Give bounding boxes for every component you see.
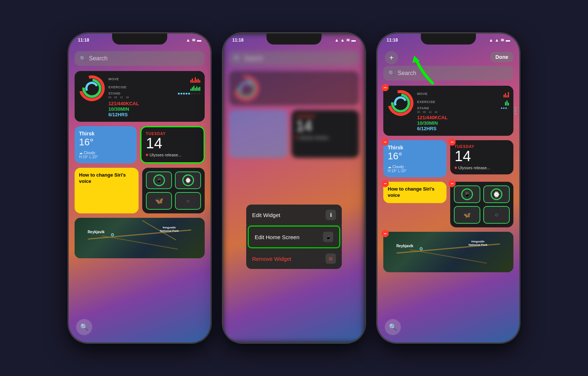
notch-2 xyxy=(266,33,322,45)
time-2: 11:18 xyxy=(230,38,244,43)
shortcut-4[interactable]: ○ xyxy=(175,192,201,210)
weather-hilo-3: H:19° L:10° xyxy=(388,169,442,173)
signal-icon-3: ▲ xyxy=(495,38,499,43)
power-button[interactable] xyxy=(211,92,211,114)
move-bars xyxy=(190,75,200,83)
widget-row-4: − How to change Siri's voice − 📱 xyxy=(383,182,513,227)
context-menu: Edit Widget ℹ Edit Home Screen 📱 Remove … xyxy=(246,205,342,269)
location-icon-2: ▲ xyxy=(334,38,339,43)
calendar-wrapper-3: − TUESDAY 14 Ulysses release... xyxy=(450,140,513,177)
shortcuts-widget-3[interactable]: 📱 ⌚ 🦋 ○ xyxy=(450,182,513,227)
jiggle-dot-1 xyxy=(514,107,516,109)
status-icons-3: ▲ ▲ ≋ ▬ xyxy=(489,38,512,43)
time-3: 11:18 xyxy=(385,38,398,43)
cal-event-3: Ulysses release... xyxy=(455,166,509,170)
stand-label-3: STAND xyxy=(417,106,429,110)
event-dot-blurred xyxy=(296,136,298,139)
event-text-1: Ulysses release... xyxy=(150,153,182,157)
power-button-3[interactable] xyxy=(519,92,520,114)
activity-stats-3: MOVE EXERCISE xyxy=(417,90,509,131)
shortcut-icon-1: 📱 xyxy=(153,174,165,186)
menu-item-edit-home[interactable]: Edit Home Screen 📱 xyxy=(248,226,340,248)
menu-item-remove[interactable]: Remove Widget ⊖ xyxy=(246,248,342,269)
yellow-text-3: How to change Siri's voice xyxy=(388,186,442,199)
cal-date-1: 14 xyxy=(146,136,199,150)
battery-icon-2: ▬ xyxy=(351,38,356,43)
done-button[interactable]: Done xyxy=(490,52,513,62)
signal-icon: ▲ xyxy=(186,38,190,43)
weather-city-3: Thirsk xyxy=(388,145,442,150)
move-value: 121/440KCAL xyxy=(108,101,200,106)
time-1: 11:18 xyxy=(76,38,89,43)
map-widget-1[interactable]: Reykjavík ÞingvellirNational Park xyxy=(75,218,205,258)
screen-content-1: 🔍 Search MOVE xyxy=(69,48,211,343)
phone-3: 11:18 ▲ ▲ ≋ ▬ + Done 🔍 xyxy=(377,33,520,343)
shortcut-3-3[interactable]: 🦋 xyxy=(454,206,480,224)
shortcut-3[interactable]: 🦋 xyxy=(146,192,172,210)
jiggle-handle xyxy=(514,107,516,115)
activity-widget-3[interactable]: MOVE EXERCISE xyxy=(383,86,513,136)
move-label-3: MOVE xyxy=(417,92,428,96)
search-bar-1[interactable]: 🔍 Search xyxy=(75,51,205,66)
jiggle-dot-2 xyxy=(514,110,516,112)
power-button-2[interactable] xyxy=(365,92,366,114)
remove-activity-badge[interactable]: − xyxy=(381,84,389,91)
spotlight-button-3[interactable]: 🔍 xyxy=(385,319,401,335)
calendar-widget-1[interactable]: TUESDAY 14 Ulysses release... xyxy=(140,126,205,163)
signal-icon-2: ▲ xyxy=(340,38,345,43)
map-label-city-3: Reykjavík xyxy=(396,244,413,248)
remove-yellow-badge[interactable]: − xyxy=(381,180,389,187)
search-bar-3[interactable]: 🔍 Search xyxy=(383,66,513,81)
shortcut-2[interactable]: ⌚ xyxy=(175,171,201,189)
activity-rings-3 xyxy=(388,90,413,116)
calendar-widget-3[interactable]: TUESDAY 14 Ulysses release... xyxy=(450,140,513,174)
remove-map-badge[interactable]: − xyxy=(381,230,389,237)
calendar-blurred: TUESDAY 14 Ulysses release... xyxy=(291,110,359,158)
weather-temp-1: 16° xyxy=(79,136,132,148)
yellow-text-1: How to change Siri's voice xyxy=(79,172,134,185)
shortcut-1[interactable]: 📱 xyxy=(146,171,172,189)
map-widget-3[interactable]: Reykjavík ÞingvellirNational Park xyxy=(383,232,513,272)
plus-icon: + xyxy=(389,54,394,62)
remove-icon: ⊖ xyxy=(326,253,336,264)
shortcuts-widget-1[interactable]: 📱 ⌚ 🦋 ○ xyxy=(142,168,205,213)
weather-widget-3[interactable]: Thirsk 16° ☁ Cloudy H:19° L:10° xyxy=(383,140,447,177)
shortcut-3-4[interactable]: ○ xyxy=(483,206,510,224)
activity-numbers-3: 121/440KCAL 10/30MIN 6/12HRS xyxy=(417,115,509,131)
stand-value-3: 6/12HRS xyxy=(417,126,509,131)
cal-event-blurred: Ulysses release... xyxy=(296,135,355,140)
widget-row-2: How to change Siri's voice 📱 ⌚ 🦋 xyxy=(75,168,205,213)
remove-calendar-badge[interactable]: − xyxy=(448,138,456,146)
yellow-widget-1[interactable]: How to change Siri's voice xyxy=(75,168,139,213)
weather-widget-1[interactable]: Thirsk 16° ☁ Cloudy H:19° L:10° xyxy=(75,126,137,163)
activity-widget-1[interactable]: MOVE EXERCI xyxy=(75,71,205,122)
spotlight-button-1[interactable]: 🔍 xyxy=(76,319,92,335)
edit-home-label: Edit Home Screen xyxy=(255,234,300,240)
yellow-widget-3[interactable]: How to change Siri's voice xyxy=(383,182,447,203)
move-value-3: 121/440KCAL xyxy=(417,115,509,120)
activity-stats-1: MOVE EXERCI xyxy=(108,75,200,117)
menu-item-edit-widget[interactable]: Edit Widget ℹ xyxy=(246,205,342,226)
cal-event-1: Ulysses release... xyxy=(146,153,199,157)
remove-weather-badge[interactable]: − xyxy=(381,138,389,146)
shortcut-3-2[interactable]: ⌚ xyxy=(483,185,510,203)
weather-desc-3: ☁ Cloudy xyxy=(388,165,442,169)
exercise-value-3: 10/30MIN xyxy=(417,120,509,126)
wifi-icon-2: ≋ xyxy=(346,38,350,43)
done-label: Done xyxy=(495,54,508,60)
search-icon-1: 🔍 xyxy=(80,56,86,61)
notch-1 xyxy=(112,33,167,45)
activity-widget-blurred xyxy=(229,71,359,106)
plus-button[interactable]: + xyxy=(385,51,398,64)
exercise-label-3: EXERCISE xyxy=(417,100,435,104)
map-bg-3: Reykjavík ÞingvellirNational Park xyxy=(383,232,513,272)
search-icon-3: 🔍 xyxy=(388,70,395,76)
location-icon-3: ▲ xyxy=(489,38,493,43)
jiggle-dot-3 xyxy=(514,113,516,115)
remove-shortcuts-badge[interactable]: − xyxy=(448,180,456,187)
shortcut-3-1[interactable]: 📱 xyxy=(454,185,480,203)
event-dot-3 xyxy=(455,167,457,169)
battery-icon-3: ▬ xyxy=(506,38,510,43)
widget-row-3: − Thirsk 16° ☁ Cloudy H:19° L:10° − TUES… xyxy=(383,140,513,177)
map-wrapper-3: − Reykjavík ÞingvellirNational Park xyxy=(383,232,513,272)
